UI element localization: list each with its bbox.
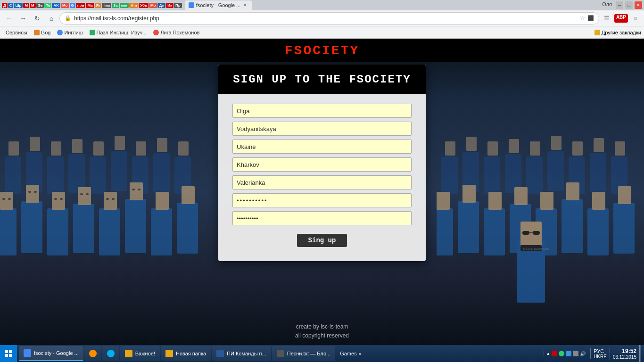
bookmark-label: Сервисы bbox=[6, 30, 27, 35]
menu-button[interactable]: ≡ bbox=[630, 13, 641, 24]
back-button[interactable]: ← bbox=[3, 12, 15, 25]
taskbar-item-label-word: ПИ Команды п... bbox=[227, 351, 266, 356]
user-name: Оля bbox=[602, 1, 612, 9]
taskbar-clock-area[interactable]: 19:52 03.12.2015 bbox=[610, 348, 636, 360]
tray-expand-icon[interactable]: ▲ bbox=[546, 351, 550, 356]
svg-rect-10 bbox=[30, 137, 40, 151]
close-button[interactable]: ✕ bbox=[635, 1, 642, 9]
adblock-button[interactable]: ABP bbox=[614, 14, 628, 23]
confirm-password-input[interactable] bbox=[232, 211, 412, 225]
svg-rect-29 bbox=[78, 187, 91, 205]
tab-bar: Д C Шр М М Ge Те AK Мо G при Ма Яr Ima З… bbox=[2, 0, 252, 10]
tab-favicon-18[interactable]: Убь bbox=[139, 3, 149, 8]
other-bookmarks-label: Другие закладки bbox=[602, 30, 641, 35]
bookmark-inglish[interactable]: Инглиш bbox=[54, 29, 85, 36]
tab-favicon-8[interactable]: AK bbox=[52, 3, 60, 8]
bookmark-sservisy[interactable]: Сервисы bbox=[3, 29, 30, 36]
show-desktop-button[interactable] bbox=[639, 345, 641, 362]
taskbar-item-word[interactable]: ПИ Команды п... bbox=[212, 346, 271, 361]
maximize-button[interactable]: □ bbox=[625, 1, 633, 9]
tray-icon-1[interactable] bbox=[552, 351, 557, 356]
tab-favicon-9[interactable]: Мо bbox=[61, 3, 69, 8]
svg-point-38 bbox=[54, 198, 57, 200]
tab-favicon-16[interactable]: кон bbox=[120, 3, 129, 8]
username-input[interactable] bbox=[232, 175, 412, 189]
svg-rect-23 bbox=[125, 199, 146, 253]
taskbar-item-label-vazhnoe: Важное! bbox=[135, 351, 155, 356]
country-input[interactable] bbox=[232, 140, 412, 154]
taskbar-item-music[interactable]: Песни.txt — Бло... bbox=[272, 346, 335, 361]
tab-favicon-14[interactable]: Ima bbox=[102, 3, 111, 8]
taskbar-item-vazhnoe[interactable]: Важное! bbox=[120, 346, 160, 361]
tab-favicon-11[interactable]: при bbox=[76, 3, 86, 8]
cast-icon[interactable]: ⬛ bbox=[587, 15, 594, 21]
home-button[interactable]: ⌂ bbox=[45, 12, 58, 25]
taskbar-item-label-fsociety: fsociety - Google ... bbox=[34, 350, 79, 356]
address-bar[interactable]: 🔒 https://mail.isc-ls.com/register.php ☆… bbox=[59, 12, 599, 25]
taskbar-item-novaya[interactable]: Новая папка bbox=[161, 346, 211, 361]
tab-favicon-7[interactable]: Те bbox=[44, 3, 51, 8]
bookmark-favicon-inglish bbox=[57, 30, 63, 35]
tab-favicon-5[interactable]: М bbox=[30, 3, 36, 8]
svg-rect-4 bbox=[90, 156, 106, 194]
other-bookmarks[interactable]: Другие закладки bbox=[594, 30, 641, 35]
tray-icons: ▲ 🔊 bbox=[544, 351, 587, 356]
svg-rect-16 bbox=[157, 138, 167, 152]
svg-point-35 bbox=[8, 198, 11, 200]
tray-icon-2[interactable] bbox=[559, 351, 564, 356]
forward-button[interactable]: → bbox=[17, 12, 29, 25]
signup-button[interactable]: Sing up bbox=[297, 234, 347, 247]
tab-favicon-19[interactable]: Мо bbox=[149, 3, 157, 8]
games-button[interactable]: Games » bbox=[336, 351, 365, 356]
volume-icon[interactable]: 🔊 bbox=[580, 351, 586, 356]
taskbar-item-skype[interactable] bbox=[102, 346, 119, 361]
reload-button[interactable]: ↻ bbox=[31, 12, 43, 25]
tab-favicon-4[interactable]: М bbox=[23, 3, 29, 8]
svg-point-42 bbox=[106, 198, 109, 200]
bookmark-label-gog: Gog bbox=[41, 30, 51, 35]
taskbar: fsociety - Google ... Важное! Новая папк… bbox=[0, 345, 644, 362]
tray-icon-3[interactable] bbox=[566, 351, 571, 356]
bookmark-pokemon[interactable]: Лига Покемонов bbox=[150, 29, 202, 36]
last-name-input[interactable] bbox=[232, 122, 412, 136]
tab-favicon-20[interactable]: Дл bbox=[157, 3, 165, 8]
svg-rect-9 bbox=[8, 141, 19, 156]
svg-rect-28 bbox=[52, 192, 65, 210]
tab-favicon-17[interactable]: Am bbox=[129, 3, 138, 8]
svg-rect-26 bbox=[0, 192, 13, 210]
taskbar-item-avast[interactable] bbox=[84, 346, 101, 361]
other-bookmarks-favicon bbox=[594, 30, 600, 35]
svg-rect-58 bbox=[509, 139, 519, 153]
extensions-button[interactable]: ☰ bbox=[601, 13, 612, 24]
password-input[interactable] bbox=[232, 193, 412, 207]
first-name-input[interactable] bbox=[232, 104, 412, 118]
bookmark-gog[interactable]: Gog bbox=[31, 29, 54, 36]
start-button[interactable] bbox=[0, 345, 17, 362]
tab-favicon-10[interactable]: G bbox=[70, 3, 75, 8]
active-tab[interactable]: fsociety - Google ... ✕ bbox=[185, 0, 252, 10]
minimize-button[interactable]: ─ bbox=[616, 1, 623, 9]
bookmark-star-icon[interactable]: ☆ bbox=[580, 15, 586, 22]
svg-rect-55 bbox=[445, 141, 455, 156]
tab-favicon-2[interactable]: C bbox=[8, 3, 14, 8]
tab-favicon-3[interactable]: Шр bbox=[14, 3, 23, 8]
tab-favicon-13[interactable]: Яr bbox=[95, 3, 102, 8]
tab-favicon-6[interactable]: Ge bbox=[36, 3, 44, 8]
tab-favicon-15[interactable]: За bbox=[112, 3, 119, 8]
svg-rect-21 bbox=[73, 204, 94, 253]
tab-favicon-22[interactable]: Пр bbox=[174, 3, 182, 8]
tab-favicon-1[interactable]: Д bbox=[2, 3, 8, 8]
tab-favicon-12[interactable]: Ма bbox=[86, 3, 94, 8]
tray-icon-4[interactable] bbox=[573, 351, 578, 356]
svg-point-45 bbox=[138, 189, 140, 190]
footer-line2: all copyright reserved bbox=[0, 331, 644, 340]
taskbar-item-fsociety[interactable]: fsociety - Google ... bbox=[19, 346, 83, 361]
svg-point-44 bbox=[132, 189, 135, 190]
bookmark-pazl[interactable]: Пазл Инглиш. Изуч... bbox=[87, 29, 150, 36]
tab-favicon-21[interactable]: Ик bbox=[166, 3, 173, 8]
svg-rect-59 bbox=[530, 141, 540, 156]
city-input[interactable] bbox=[232, 157, 412, 172]
svg-rect-20 bbox=[47, 208, 68, 255]
tab-close-button[interactable]: ✕ bbox=[242, 2, 248, 8]
svg-rect-49 bbox=[505, 154, 521, 193]
